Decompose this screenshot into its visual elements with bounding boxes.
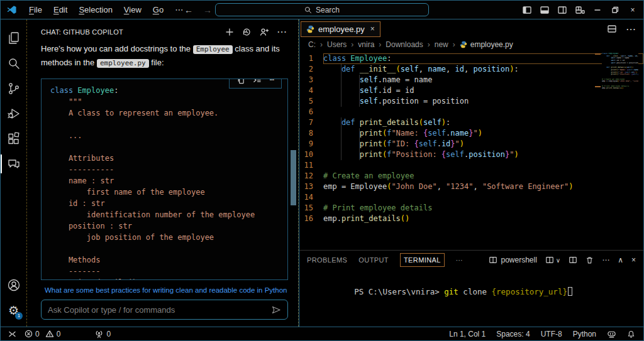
- editor-code-line[interactable]: 6: [299, 107, 643, 117]
- problems-indicator[interactable]: 0 0: [25, 330, 60, 338]
- toggle-sidebar-icon[interactable]: [519, 2, 535, 18]
- accounts-icon[interactable]: [1, 273, 26, 298]
- editor-code-line[interactable]: 1class Employee:: [299, 53, 643, 64]
- editor-code-line[interactable]: 10print(f"Position: {self.position}"): [299, 149, 643, 160]
- warning-icon: [45, 330, 54, 338]
- history-icon[interactable]: [242, 28, 251, 36]
- editor-code-line[interactable]: 11: [299, 160, 643, 171]
- line-number: 3: [299, 75, 323, 85]
- menu-edit[interactable]: Edit: [48, 5, 73, 14]
- chat-code-line: first name of the employee: [50, 187, 287, 198]
- terminal-content[interactable]: PS C:\Users\vnira> git clone {repository…: [299, 269, 643, 315]
- panel-more-icon[interactable]: ⋯: [602, 256, 609, 264]
- chat-code-line: [50, 243, 287, 254]
- breadcrumb-item[interactable]: vnira: [358, 40, 374, 49]
- encoding[interactable]: UTF-8: [541, 330, 562, 338]
- editor-code-line[interactable]: 4self.id = id: [299, 85, 643, 96]
- menu-go[interactable]: Go: [147, 5, 169, 14]
- ports-indicator[interactable]: 0: [94, 330, 111, 338]
- editor-code-line[interactable]: 7def print_details(self):: [299, 117, 643, 128]
- editor-code-line[interactable]: 2def __init__(self, name, id, position):: [299, 64, 643, 75]
- terminal-instance[interactable]: powershell: [489, 256, 536, 264]
- copy-icon[interactable]: [236, 78, 245, 84]
- tab-output[interactable]: OUTPUT: [358, 256, 389, 264]
- editor-code-line[interactable]: 13emp = Employee("John Doe", "1234", "So…: [299, 181, 643, 192]
- error-icon: [25, 330, 33, 338]
- chat-scrollbar[interactable]: [291, 150, 296, 205]
- language-mode[interactable]: Python: [573, 330, 596, 338]
- trash-icon[interactable]: [586, 256, 594, 264]
- search-sidebar-icon[interactable]: [1, 51, 26, 76]
- breadcrumb[interactable]: C:›Users›vnira›Downloads›new › employee.…: [299, 38, 643, 51]
- editor-code-line[interactable]: 3self.name = name: [299, 75, 643, 85]
- chevron-right-icon: ›: [428, 40, 430, 49]
- tab-employee-py[interactable]: employee.py ×: [301, 21, 380, 37]
- command-center-search[interactable]: Search: [215, 3, 429, 16]
- line-number: 7: [299, 117, 323, 128]
- bell-icon[interactable]: [627, 330, 635, 338]
- editor-code-line[interactable]: 12# Create an employee: [299, 171, 643, 181]
- minimize-icon[interactable]: [589, 2, 606, 18]
- user-icon[interactable]: [259, 28, 269, 36]
- editor-more-icon[interactable]: ⋯: [626, 23, 636, 35]
- menu-selection[interactable]: Selection: [73, 5, 118, 14]
- breadcrumb-item[interactable]: new: [435, 40, 448, 49]
- split-editor-icon[interactable]: [607, 24, 617, 34]
- toggle-panel-icon[interactable]: [536, 2, 553, 18]
- chat-sidebar-icon[interactable]: [1, 151, 26, 176]
- chat-more-icon[interactable]: ⋯: [277, 26, 287, 38]
- chat-code-line: identification number of the employee: [50, 209, 287, 220]
- tab-terminal[interactable]: TERMINAL: [400, 253, 445, 267]
- chat-panel-title: CHAT: GITHUB COPILOT: [41, 28, 123, 36]
- menu-file[interactable]: File: [23, 5, 48, 14]
- line-number: 13: [299, 181, 323, 192]
- copilot-icon[interactable]: [607, 330, 616, 338]
- settings-gear-icon[interactable]: ⚙1: [1, 298, 26, 323]
- split-terminal-icon[interactable]: [569, 256, 577, 264]
- editor-code-line[interactable]: 14: [299, 192, 643, 203]
- new-terminal-dropdown[interactable]: ∨: [545, 256, 560, 264]
- chevron-right-icon: ›: [453, 40, 455, 49]
- cursor-position[interactable]: Ln 1, Col 1: [449, 330, 486, 338]
- panel-more-tabs-icon[interactable]: ⋯: [456, 256, 463, 264]
- forward-arrow-icon[interactable]: →: [203, 5, 212, 15]
- breadcrumb-item[interactable]: C:: [308, 40, 316, 49]
- editor-code-line[interactable]: 15# Print employee details: [299, 203, 643, 214]
- code-editor[interactable]: 1class Employee:2def __init__(self, name…: [299, 51, 643, 250]
- run-debug-icon[interactable]: [1, 101, 26, 126]
- send-icon[interactable]: [272, 306, 281, 314]
- close-window-icon[interactable]: ×: [625, 2, 641, 18]
- minimap[interactable]: class Employee: def __init__(self, name,…: [602, 53, 638, 90]
- tab-close-icon[interactable]: ×: [370, 24, 375, 33]
- close-panel-icon[interactable]: ×: [631, 256, 636, 264]
- chat-message-text: file:: [149, 58, 164, 67]
- line-number: 2: [299, 64, 323, 75]
- breadcrumb-item[interactable]: Users: [327, 40, 347, 49]
- remote-indicator[interactable]: [7, 330, 17, 338]
- editor-code-line[interactable]: 9print(f"ID: {self.id}"): [299, 139, 643, 149]
- editor-code-line[interactable]: 5self.position = position: [299, 96, 643, 107]
- minimap-line: print(f"Position: {self.position}"): [602, 73, 638, 76]
- activity-bar-bottom: ⚙1: [1, 273, 26, 327]
- code-block-more-icon[interactable]: ⋯: [270, 78, 274, 85]
- indentation[interactable]: Spaces: 4: [496, 330, 530, 338]
- extensions-icon[interactable]: [1, 126, 26, 151]
- chat-suggestion[interactable]: What are some best practices for writing…: [41, 286, 287, 294]
- maximize-panel-icon[interactable]: ∧: [618, 256, 623, 264]
- window-controls: ×: [519, 2, 643, 18]
- new-chat-icon[interactable]: [225, 28, 234, 36]
- toggle-secondary-sidebar-icon[interactable]: [554, 2, 570, 18]
- explorer-icon[interactable]: [1, 26, 26, 51]
- terminal-line: PS C:\Users\vnira> git clone {repository…: [354, 287, 567, 296]
- editor-code-line[interactable]: 16emp.print_details(): [299, 214, 643, 224]
- tab-problems[interactable]: PROBLEMS: [307, 256, 347, 264]
- insert-at-cursor-icon[interactable]: [253, 78, 262, 84]
- customize-layout-icon[interactable]: [572, 2, 588, 18]
- breadcrumb-item[interactable]: Downloads: [386, 40, 423, 49]
- menu-view[interactable]: View: [118, 5, 147, 14]
- restore-icon[interactable]: [607, 2, 623, 18]
- source-control-icon[interactable]: [1, 76, 26, 101]
- editor-code-line[interactable]: 8print(f"Name: {self.name}"): [299, 128, 643, 139]
- chat-input[interactable]: [48, 305, 272, 315]
- back-arrow-icon[interactable]: ←: [184, 5, 193, 15]
